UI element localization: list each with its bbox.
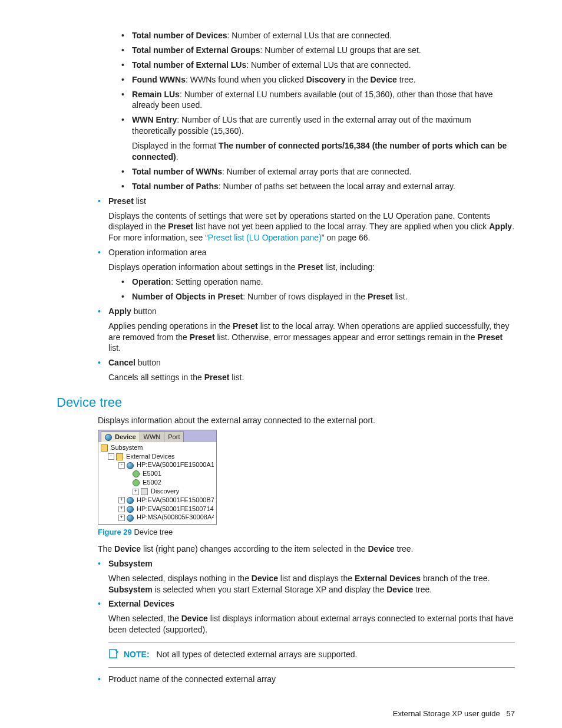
folder-icon xyxy=(101,444,108,452)
note-divider-bottom xyxy=(108,667,515,668)
device-list-note: The Device list (right pane) changes acc… xyxy=(98,543,515,555)
def-remain-lus: Remain LUs: Number of external LU number… xyxy=(121,89,515,111)
def-num-objects: Number of Objects in Preset: Number of r… xyxy=(121,291,515,302)
def-total-paths: Total number of Paths: Number of paths s… xyxy=(121,181,515,192)
tree-node-subsystem[interactable]: Subsystem xyxy=(101,443,214,452)
tree-node-external-devices[interactable]: - External Devices xyxy=(101,452,214,461)
tree-node-discovery[interactable]: + Discovery xyxy=(101,487,214,496)
expand-icon[interactable]: + xyxy=(118,515,125,521)
note-label: NOTE: xyxy=(124,649,150,660)
item-apply-button: Apply button Applies pending operations … xyxy=(98,306,515,354)
tab-port[interactable]: Port xyxy=(164,431,184,442)
collapse-icon[interactable]: - xyxy=(108,453,114,460)
collapse-icon[interactable]: - xyxy=(118,462,125,469)
globe-icon xyxy=(105,434,112,441)
note-divider-top xyxy=(108,643,515,643)
globe-icon xyxy=(127,497,134,504)
heading-device-tree: Device tree xyxy=(57,394,515,411)
disk-icon xyxy=(133,479,140,486)
item-preset-list: Preset list Displays the contents of set… xyxy=(98,196,515,244)
expand-icon[interactable]: + xyxy=(133,489,139,495)
def-total-devices: Total number of Devices: Number of exter… xyxy=(121,30,515,41)
item-product-name: Product name of the connected external a… xyxy=(98,674,515,685)
item-cancel-button: Cancel button Cancels all settings in th… xyxy=(98,357,515,383)
globe-icon xyxy=(127,515,134,522)
globe-icon xyxy=(127,506,134,513)
page-footer: External Storage XP user guide 57 xyxy=(57,709,515,719)
tree-node-msa[interactable]: + HP:MSA(500805F30008A4 xyxy=(101,513,214,522)
item-op-info: Operation information area Displays oper… xyxy=(98,247,515,302)
folder-icon xyxy=(116,453,123,460)
note-icon xyxy=(108,649,119,658)
globe-icon xyxy=(127,462,134,469)
item-subsystem: Subsystem When selected, displays nothin… xyxy=(98,558,515,595)
tree-node-eva-2[interactable]: + HP:EVA(50001FE15000B7 xyxy=(101,496,214,505)
tree-node-eva-3[interactable]: + HP:EVA(50001FE1500714 xyxy=(101,505,214,513)
def-total-ext-groups: Total number of External Groups: Number … xyxy=(121,45,515,56)
tab-wwn[interactable]: WWN xyxy=(140,431,165,442)
tree-node-e5002[interactable]: E5002 xyxy=(101,478,214,487)
expand-icon[interactable]: + xyxy=(118,497,125,503)
def-total-wwns: Total number of WWNs: Number of external… xyxy=(121,166,515,177)
disk-icon xyxy=(133,470,140,477)
def-found-wwns: Found WWNs: WWNs found when you clicked … xyxy=(121,74,515,85)
tree-node-e5001[interactable]: E5001 xyxy=(101,469,214,478)
note-block: NOTE: Not all types of detected external… xyxy=(108,649,515,660)
device-tree-intro: Displays information about the external … xyxy=(98,415,515,426)
note-text: Not all types of detected external array… xyxy=(157,649,358,660)
def-wwn-entry: WWN Entry: Number of LUs that are curren… xyxy=(121,114,515,163)
search-icon xyxy=(141,488,148,495)
link-preset-list[interactable]: Preset list (LU Operation pane) xyxy=(208,233,322,242)
def-operation: Operation: Setting operation name. xyxy=(121,276,515,288)
item-external-devices: External Devices When selected, the Devi… xyxy=(98,598,515,635)
figure-caption: Figure 29 Device tree xyxy=(98,527,515,538)
expand-icon[interactable]: + xyxy=(118,506,125,512)
figure-device-tree: Device WWN Port Subsystem - External Dev… xyxy=(98,430,217,525)
svg-rect-0 xyxy=(110,650,117,658)
tab-device[interactable]: Device xyxy=(101,431,140,442)
def-total-ext-lus: Total number of External LUs: Number of … xyxy=(121,60,515,71)
tree-node-eva-1[interactable]: - HP:EVA(50001FE15000A1 xyxy=(101,460,214,469)
